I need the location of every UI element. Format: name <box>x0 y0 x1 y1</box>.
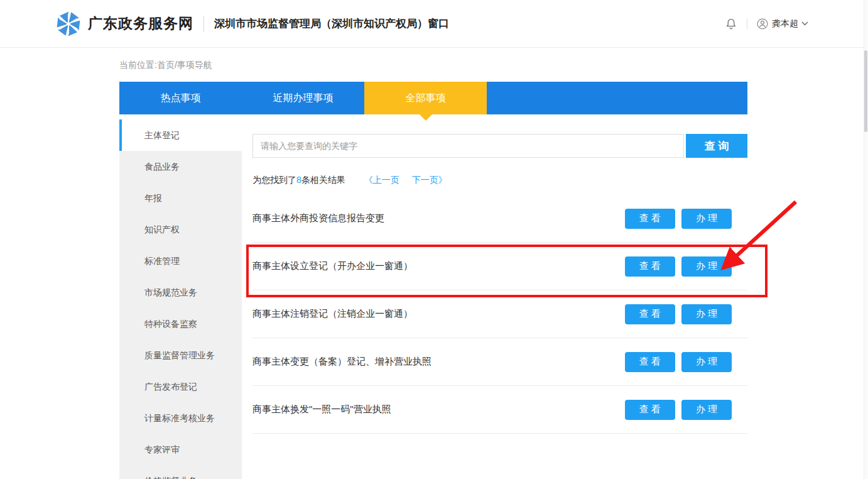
service-row-deregistration: 商事主体注销登记（注销企业一窗通） 查 看 办 理 <box>252 290 747 338</box>
service-list: 商事主体外商投资信息报告变更 查 看 办 理 商事主体设立登记（开办企业一窗通）… <box>252 195 747 434</box>
guangdong-gov-logo-icon <box>55 11 82 37</box>
category-sidebar: 主体登记 食品业务 年报 知识产权 标准管理 市场规范业务 特种设备监察 质量监… <box>119 119 242 479</box>
tab-all-items[interactable]: 全部事项 <box>364 82 487 114</box>
service-title: 商事主体换发"一照一码"营业执照 <box>252 404 391 416</box>
sidebar-item-ad-publishing[interactable]: 广告发布登记 <box>119 371 242 402</box>
search-button[interactable]: 查 询 <box>686 134 747 158</box>
service-row-establishment-registration: 商事主体设立登记（开办企业一窗通） 查 看 办 理 <box>252 243 747 290</box>
service-actions: 查 看 办 理 <box>625 256 732 277</box>
header: 广东政务服务网 深圳市市场监督管理局（深圳市知识产权局）窗口 龚本超 <box>0 0 868 48</box>
service-row-license-renewal: 商事主体换发"一照一码"营业执照 查 看 办 理 <box>252 386 747 434</box>
notification-bell-icon[interactable] <box>724 17 738 31</box>
vertical-scrollbar[interactable] <box>864 0 868 479</box>
sidebar-item-partial[interactable]: 价格监督业务 <box>119 465 242 479</box>
tab-bar: 热点事项 近期办理事项 全部事项 <box>119 82 747 114</box>
brand-divider <box>203 16 204 32</box>
service-title: 商事主体变更（备案）登记、增补营业执照 <box>252 356 431 368</box>
prev-page-link[interactable]: 《上一页 <box>364 175 399 185</box>
sidebar-item-annual-report[interactable]: 年报 <box>119 182 242 214</box>
results-count: 8 <box>296 175 301 185</box>
tab-recent-items[interactable]: 近期办理事项 <box>242 82 364 114</box>
sidebar-item-special-equipment[interactable]: 特种设备监察 <box>119 308 242 339</box>
chevron-down-icon <box>801 21 808 26</box>
header-divider <box>747 19 747 29</box>
handle-button[interactable]: 办 理 <box>681 304 732 324</box>
service-actions: 查 看 办 理 <box>625 400 732 420</box>
user-menu[interactable]: 龚本超 <box>756 18 808 30</box>
view-button[interactable]: 查 看 <box>625 209 675 229</box>
view-button[interactable]: 查 看 <box>625 352 675 372</box>
service-actions: 查 看 办 理 <box>625 209 732 229</box>
brand-title: 广东政务服务网 <box>88 14 193 33</box>
sidebar-item-intellectual-property[interactable]: 知识产权 <box>119 214 242 245</box>
service-actions: 查 看 办 理 <box>625 304 732 324</box>
service-actions: 查 看 办 理 <box>625 352 732 372</box>
scrollbar-thumb[interactable] <box>864 50 867 132</box>
user-name: 龚本超 <box>772 18 798 30</box>
handle-button[interactable]: 办 理 <box>681 400 732 420</box>
results-summary: 为您找到了8条相关结果《上一页下一页》 <box>252 175 747 186</box>
header-user-area: 龚本超 <box>724 17 808 31</box>
service-title: 商事主体外商投资信息报告变更 <box>252 212 384 224</box>
handle-button[interactable]: 办 理 <box>681 352 732 372</box>
service-row-foreign-investment-report: 商事主体外商投资信息报告变更 查 看 办 理 <box>252 195 747 243</box>
handle-button[interactable]: 办 理 <box>681 209 732 229</box>
tab-hot-items[interactable]: 热点事项 <box>119 82 242 114</box>
results-prefix: 为您找到了 <box>252 175 296 185</box>
main-content: 查 询 为您找到了8条相关结果《上一页下一页》 商事主体外商投资信息报告变更 查… <box>252 119 747 434</box>
pager: 《上一页下一页》 <box>364 175 447 185</box>
results-suffix: 条相关结果 <box>301 175 345 185</box>
view-button[interactable]: 查 看 <box>625 256 675 277</box>
window-title: 深圳市市场监督管理局（深圳市知识产权局）窗口 <box>214 16 449 31</box>
next-page-link[interactable]: 下一页》 <box>412 175 447 185</box>
sidebar-item-expert-review[interactable]: 专家评审 <box>119 434 242 465</box>
service-title: 商事主体设立登记（开办企业一窗通） <box>252 260 413 272</box>
search-bar: 查 询 <box>252 134 747 158</box>
header-brand-group: 广东政务服务网 深圳市市场监督管理局（深圳市知识产权局）窗口 <box>55 11 449 37</box>
handle-button[interactable]: 办 理 <box>681 256 732 277</box>
sidebar-item-metrology-standards[interactable]: 计量标准考核业务 <box>119 402 242 434</box>
breadcrumb: 当前位置:首页/事项导航 <box>119 60 212 71</box>
sidebar-item-subject-registration[interactable]: 主体登记 <box>119 119 242 151</box>
sidebar-item-food-business[interactable]: 食品业务 <box>119 151 242 182</box>
sidebar-item-quality-supervision[interactable]: 质量监督管理业务 <box>119 339 242 371</box>
view-button[interactable]: 查 看 <box>625 400 675 420</box>
service-title: 商事主体注销登记（注销企业一窗通） <box>252 308 413 320</box>
view-button[interactable]: 查 看 <box>625 304 675 324</box>
sidebar-item-market-regulation[interactable]: 市场规范业务 <box>119 277 242 308</box>
service-row-change-registration: 商事主体变更（备案）登记、增补营业执照 查 看 办 理 <box>252 338 747 386</box>
search-input[interactable] <box>252 134 684 158</box>
user-avatar-icon <box>756 18 769 30</box>
sidebar-item-standard-management[interactable]: 标准管理 <box>119 245 242 277</box>
